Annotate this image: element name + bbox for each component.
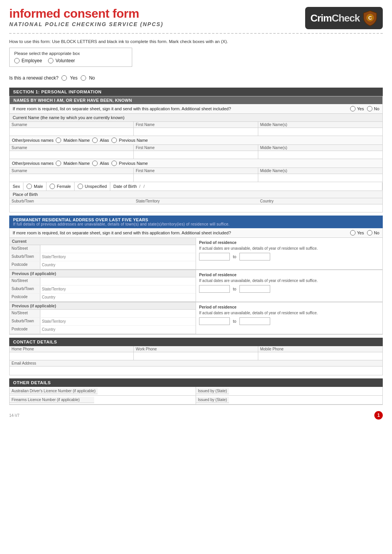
prev1-suburb-label: Suburb/Town [10, 285, 40, 293]
current-from-box[interactable] [199, 253, 230, 260]
prev1-no-street-value[interactable] [40, 277, 196, 285]
radio-volunteer-label: Volunteer [55, 58, 75, 63]
drivers-issued-value[interactable] [229, 387, 382, 395]
perm-additional-sheet-row: If more room is required, list on separa… [10, 228, 382, 238]
renewal-yes-label: Yes [70, 75, 78, 81]
other-first-2-value[interactable] [134, 174, 257, 182]
prev1-to-box[interactable] [239, 285, 270, 293]
mobile-phone-value[interactable] [258, 352, 382, 360]
radio-no-circle[interactable] [81, 75, 86, 81]
alias-radio-1[interactable] [92, 138, 98, 143]
firearms-issued-value[interactable] [229, 396, 382, 404]
first-name-value[interactable] [134, 128, 257, 136]
current-suburb-value: State/Territory [40, 253, 196, 261]
country-inline: Country [42, 263, 55, 267]
male-cell[interactable]: Male [23, 182, 47, 191]
sheet-yes-circle[interactable] [350, 106, 355, 111]
prev1-suburb-row: Suburb/Town State/Territory [10, 285, 196, 294]
renewal-label: Is this a renewal check? [9, 75, 58, 81]
female-cell[interactable]: Female [47, 182, 75, 191]
unspecified-label: Unspecified [85, 184, 107, 189]
state-territory-value[interactable] [134, 204, 258, 212]
radio-employee-label: Employee [22, 58, 42, 63]
surname-value[interactable] [10, 128, 133, 136]
radio-volunteer[interactable]: Volunteer [48, 58, 75, 63]
first-name-cell: First Name [134, 122, 258, 136]
first-name-label: First Name [134, 122, 257, 128]
logo-crim: Crim [311, 12, 332, 24]
prev2-no-street-label: No/Street [10, 310, 40, 317]
drivers-licence-value[interactable] [98, 387, 196, 395]
prev2-to-box[interactable] [239, 317, 270, 325]
maiden-radio-2[interactable] [56, 161, 61, 166]
sheet-no-circle[interactable] [367, 106, 372, 111]
country-cell: Country [258, 198, 382, 212]
prev1-postcode-value: Country [40, 294, 196, 301]
other-surname-1-value[interactable] [10, 151, 133, 159]
female-radio[interactable] [50, 184, 55, 189]
prev1-unavailable-note: If actual dates are unavailable, details… [199, 279, 379, 283]
additional-sheet-row: If more room is required, list on separa… [10, 104, 382, 114]
radio-employee[interactable]: Employee [14, 58, 42, 63]
other-surname-2-label: Surname [10, 168, 133, 174]
drivers-licence-label: Australian Driver's Licence Number (if a… [10, 388, 98, 394]
alias-radio-2[interactable] [92, 161, 98, 166]
suburb-town-value[interactable] [10, 204, 134, 212]
current-postcode-label: Postcode [10, 261, 40, 269]
prev2-postcode-label: Postcode [10, 326, 40, 333]
prev2-no-street-value[interactable] [40, 310, 196, 317]
previous2-period-right: Period of residence If actual dates are … [196, 302, 382, 334]
maiden-radio-1[interactable] [56, 138, 61, 143]
country-value[interactable] [258, 204, 382, 212]
perm-sheet-yes-circle[interactable] [350, 230, 355, 236]
previous2-address-left: Previous (if applicable) No/Street Subur… [10, 302, 196, 334]
place-birth-label-row: Place of Birth [10, 191, 382, 198]
radio-employee-circle[interactable] [14, 58, 20, 63]
surname-cell: Surname [10, 122, 134, 136]
names-header-text: NAMES BY WHICH I AM, OR EVER HAVE BEEN, … [13, 98, 132, 103]
work-phone-value[interactable] [134, 352, 257, 360]
radio-yes-circle[interactable] [61, 75, 67, 81]
prev2-suburb-label: Suburb/Town [10, 318, 40, 325]
email-label: Email Address [10, 360, 382, 367]
sex-dob-row: Sex Male Female Unspecified Date of Birt… [10, 182, 382, 191]
perm-sheet-no-circle[interactable] [367, 230, 372, 236]
prev1-no-street-label: No/Street [10, 277, 40, 285]
prev1-postcode-label: Postcode [10, 294, 40, 301]
current-period-right: Period of residence If actual dates are … [196, 238, 382, 269]
middle-name-value[interactable] [258, 128, 382, 136]
unspecified-radio[interactable] [78, 184, 83, 189]
prev1-to-label: to [233, 287, 236, 291]
prev2-from-box[interactable] [199, 317, 230, 325]
email-value[interactable] [10, 367, 382, 375]
perm-address-box: If more room is required, list on separa… [9, 228, 383, 335]
previous1-address-fields: No/Street Suburb/Town State/Territory Po… [10, 277, 196, 302]
firearms-value[interactable] [94, 396, 196, 404]
dob-cell: Date of Birth / / [110, 182, 382, 190]
names-subheader: NAMES BY WHICH I AM, OR EVER HAVE BEEN, … [10, 96, 382, 104]
sheet-no-label: No [374, 106, 379, 111]
current-to-row: to [199, 253, 379, 260]
home-phone-value[interactable] [10, 352, 133, 360]
other-first-1-value[interactable] [134, 151, 257, 159]
current-no-street-value[interactable] [40, 245, 196, 253]
prev1-postcode-row: Postcode Country [10, 294, 196, 302]
other-details-header-text: OTHER DETAILS [13, 380, 51, 385]
perm-sheet-no-label: No [374, 231, 379, 235]
current-to-box[interactable] [239, 253, 270, 260]
prev1-from-box[interactable] [199, 285, 230, 293]
prev-radio-2[interactable] [111, 161, 117, 166]
previous2-address-block: Previous (if applicable) No/Street Subur… [10, 302, 382, 334]
prev-radio-1[interactable] [111, 138, 117, 143]
drivers-issued-label: Issued by (State) [196, 388, 229, 394]
unspecified-cell[interactable]: Unspecified [75, 182, 110, 191]
header-title-group: informed consent form NATIONAL POLICE CH… [9, 7, 163, 27]
radio-volunteer-circle[interactable] [48, 58, 53, 63]
previous1-address-label: Previous (if applicable) [10, 270, 196, 277]
other-middle-1-value[interactable] [258, 151, 382, 159]
male-radio[interactable] [27, 184, 32, 189]
prev2-to-label: to [233, 319, 236, 323]
other-surname-2-value[interactable] [10, 174, 133, 182]
other-middle-2-value[interactable] [258, 174, 382, 182]
previous1-address-left: Previous (if applicable) No/Street Subur… [10, 270, 196, 302]
